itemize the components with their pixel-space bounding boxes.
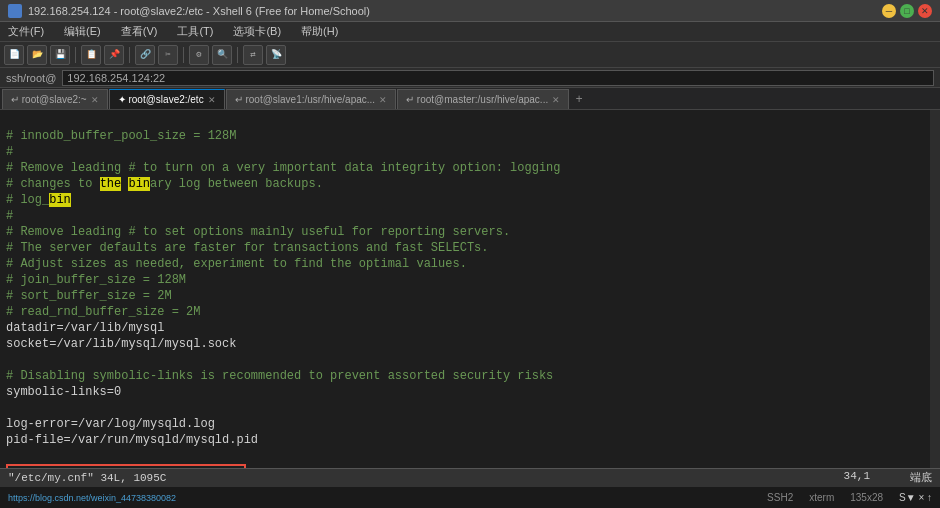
maximize-button[interactable]: □	[900, 4, 914, 18]
tab-4[interactable]: ↵ root@master:/usr/hive/apac... ✕	[397, 89, 569, 109]
menu-tools[interactable]: 工具(T)	[173, 24, 217, 39]
line-14: socket=/var/lib/mysql/mysql.sock	[6, 337, 236, 351]
tab-4-label: ↵ root@master:/usr/hive/apac...	[406, 94, 548, 105]
vim-position: 34,1	[844, 470, 870, 485]
address-bar: ssh/root@	[0, 68, 940, 88]
line-5: # log_bin	[6, 193, 71, 207]
toolbar-save[interactable]: 💾	[50, 45, 70, 65]
tabs-bar: ↵ root@slave2:~ ✕ ✦ root@slave2:/etc ✕ ↵…	[0, 88, 940, 110]
window-title: 192.168.254.124 - root@slave2:/etc - Xsh…	[28, 5, 370, 17]
line-6: #	[6, 209, 13, 223]
code-block: # innodb_buffer_pool_size = 128M # # Rem…	[0, 112, 940, 468]
line-20: pid-file=/var/run/mysqld/mysqld.pid	[6, 433, 258, 447]
line-13: datadir=/var/lib/mysql	[6, 321, 164, 335]
status-icons: S▼ × ↑	[899, 492, 932, 503]
vim-status-line: "/etc/my.cnf" 34L, 1095C 34,1 端底	[0, 468, 940, 486]
line-15	[6, 353, 13, 367]
line-9: # Adjust sizes as needed, experiment to …	[6, 257, 467, 271]
status-ssh: SSH2	[767, 492, 793, 503]
toolbar-search[interactable]: 🔍	[212, 45, 232, 65]
address-input[interactable]	[62, 70, 934, 86]
status-url: https://blog.csdn.net/weixin_44738380082	[8, 493, 176, 503]
toolbar-sep1	[75, 47, 76, 63]
toolbar-disconnect[interactable]: ✂	[158, 45, 178, 65]
vim-filename: "/etc/my.cnf" 34L, 1095C	[8, 472, 166, 484]
toolbar-sftp[interactable]: 📡	[266, 45, 286, 65]
minimize-button[interactable]: ─	[882, 4, 896, 18]
line-10: # join_buffer_size = 128M	[6, 273, 186, 287]
toolbar-open[interactable]: 📂	[27, 45, 47, 65]
close-button[interactable]: ✕	[918, 4, 932, 18]
vim-mode: 端底	[910, 470, 932, 485]
tab-3-close[interactable]: ✕	[379, 95, 387, 105]
line-8: # The server defaults are faster for tra…	[6, 241, 488, 255]
line-12: # read_rnd_buffer_size = 2M	[6, 305, 200, 319]
tab-1[interactable]: ↵ root@slave2:~ ✕	[2, 89, 108, 109]
line-4: # changes to the binary log between back…	[6, 177, 323, 191]
toolbar: 📄 📂 💾 📋 📌 🔗 ✂ ⚙ 🔍 ⇄ 📡	[0, 42, 940, 68]
address-label: ssh/root@	[6, 72, 56, 84]
toolbar-sep4	[237, 47, 238, 63]
tab-4-close[interactable]: ✕	[552, 95, 560, 105]
toolbar-copy[interactable]: 📋	[81, 45, 101, 65]
menu-view[interactable]: 查看(V)	[117, 24, 162, 39]
line-19: log-error=/var/log/mysqld.log	[6, 417, 215, 431]
new-tab-button[interactable]: +	[570, 91, 588, 109]
tab-1-close[interactable]: ✕	[91, 95, 99, 105]
editor-content[interactable]: # innodb_buffer_pool_size = 128M # # Rem…	[0, 110, 940, 468]
toolbar-new[interactable]: 📄	[4, 45, 24, 65]
line-2: #	[6, 145, 13, 159]
tab-1-label: ↵ root@slave2:~	[11, 94, 87, 105]
scrollbar[interactable]	[930, 110, 940, 468]
line-11: # sort_buffer_size = 2M	[6, 289, 172, 303]
toolbar-sep3	[183, 47, 184, 63]
toolbar-sep2	[129, 47, 130, 63]
status-size: 135x28	[850, 492, 883, 503]
menu-edit[interactable]: 编辑(E)	[60, 24, 105, 39]
line-21	[6, 449, 13, 463]
tab-3-label: ↵ root@slave1:/usr/hive/apac...	[235, 94, 375, 105]
toolbar-settings[interactable]: ⚙	[189, 45, 209, 65]
line-18	[6, 401, 13, 415]
menu-bar: 文件(F) 编辑(E) 查看(V) 工具(T) 选项卡(B) 帮助(H)	[0, 22, 940, 42]
line-1: # innodb_buffer_pool_size = 128M	[6, 129, 236, 143]
tab-2[interactable]: ✦ root@slave2:/etc ✕	[109, 89, 225, 109]
menu-file[interactable]: 文件(F)	[4, 24, 48, 39]
tab-3[interactable]: ↵ root@slave1:/usr/hive/apac... ✕	[226, 89, 396, 109]
toolbar-connect[interactable]: 🔗	[135, 45, 155, 65]
bottom-bar: https://blog.csdn.net/weixin_44738380082…	[0, 486, 940, 508]
client-section-box: [client] default-character-set=utf8 [mys…	[6, 464, 246, 468]
line-17: symbolic-links=0	[6, 385, 121, 399]
menu-tabs[interactable]: 选项卡(B)	[229, 24, 285, 39]
menu-help[interactable]: 帮助(H)	[297, 24, 342, 39]
editor-area: # innodb_buffer_pool_size = 128M # # Rem…	[0, 110, 940, 486]
title-bar: 192.168.254.124 - root@slave2:/etc - Xsh…	[0, 0, 940, 22]
tab-2-label: ✦ root@slave2:/etc	[118, 94, 204, 105]
tab-2-close[interactable]: ✕	[208, 95, 216, 105]
line-7: # Remove leading # to set options mainly…	[6, 225, 510, 239]
status-terminal: xterm	[809, 492, 834, 503]
app-icon	[8, 4, 22, 18]
toolbar-paste[interactable]: 📌	[104, 45, 124, 65]
toolbar-transfer[interactable]: ⇄	[243, 45, 263, 65]
line-3: # Remove leading # to turn on a very imp…	[6, 161, 561, 175]
line-16: # Disabling symbolic-links is recommende…	[6, 369, 553, 383]
